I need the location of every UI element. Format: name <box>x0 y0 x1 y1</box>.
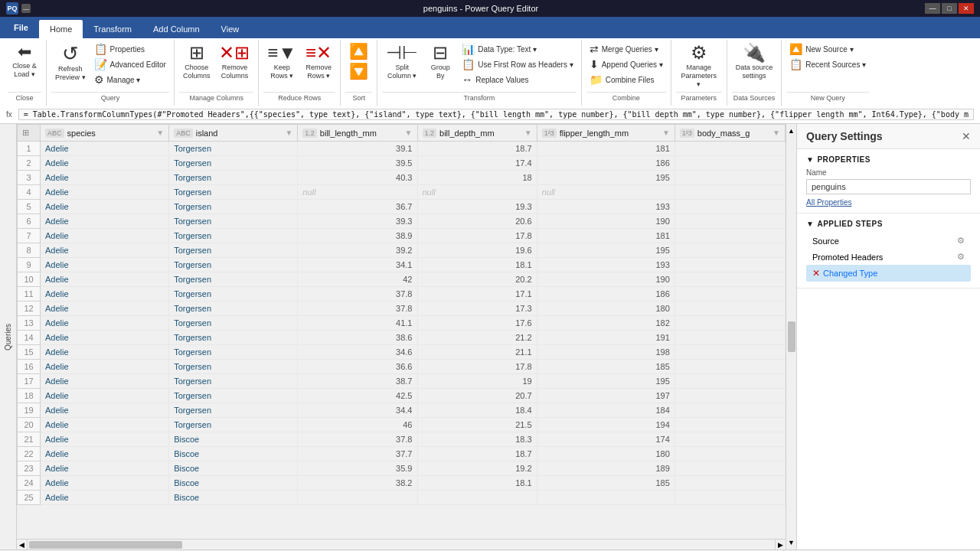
data-cell[interactable] <box>537 491 675 505</box>
data-cell[interactable]: Adelie <box>41 258 169 272</box>
all-properties-link[interactable]: All Properties <box>806 198 851 207</box>
data-cell[interactable]: Torgersen <box>169 418 298 432</box>
data-cell[interactable]: Torgersen <box>169 214 298 229</box>
data-cell[interactable]: 194 <box>537 418 675 432</box>
data-cell[interactable] <box>675 360 785 374</box>
data-cell[interactable]: 20.7 <box>417 389 537 403</box>
data-cell[interactable]: Torgersen <box>169 258 298 272</box>
data-type-button[interactable]: 📊 Data Type: Text ▾ <box>459 41 576 57</box>
data-cell[interactable] <box>675 243 785 258</box>
data-cell[interactable] <box>675 142 785 156</box>
replace-values-button[interactable]: ↔ Replace Values <box>459 72 576 87</box>
scroll-right-btn[interactable]: ▶ <box>775 540 786 550</box>
data-cell[interactable]: 19.2 <box>417 461 537 476</box>
data-cell[interactable]: 21.2 <box>417 331 537 345</box>
data-cell[interactable]: 190 <box>537 214 675 229</box>
data-cell[interactable]: 174 <box>537 432 675 447</box>
data-cell[interactable]: Adelie <box>41 389 169 403</box>
remove-columns-button[interactable]: ✕⊞ RemoveColumns <box>215 41 253 83</box>
data-cell[interactable]: 37.8 <box>298 302 417 316</box>
new-source-button[interactable]: 🔼 New Source ▾ <box>786 41 869 57</box>
queries-panel[interactable]: Queries <box>0 124 17 549</box>
tab-file[interactable]: File <box>3 17 39 38</box>
data-cell[interactable]: 38.2 <box>298 476 417 491</box>
data-cell[interactable]: Adelie <box>41 243 169 258</box>
data-cell[interactable]: 17.1 <box>417 287 537 302</box>
data-cell[interactable]: 198 <box>537 345 675 360</box>
changed-type-delete-icon[interactable]: ✕ <box>812 268 820 279</box>
data-cell[interactable]: 37.7 <box>298 447 417 461</box>
data-cell[interactable]: Adelie <box>41 360 169 374</box>
data-cell[interactable]: 193 <box>537 258 675 272</box>
data-cell[interactable]: 37.8 <box>298 432 417 447</box>
data-cell[interactable]: Torgersen <box>169 185 298 200</box>
tab-home[interactable]: Home <box>39 20 83 38</box>
step-changed-type[interactable]: ✕ Changed Type <box>806 265 971 282</box>
body-mass-sort-btn[interactable]: ▼ <box>773 129 780 137</box>
data-cell[interactable]: Adelie <box>41 331 169 345</box>
data-cell[interactable]: Adelie <box>41 403 169 418</box>
query-name-input[interactable] <box>806 179 971 194</box>
sort-desc-button[interactable]: 🔽 <box>345 61 372 81</box>
data-cell[interactable] <box>675 476 785 491</box>
data-cell[interactable]: 39.2 <box>298 243 417 258</box>
data-cell[interactable]: 180 <box>537 302 675 316</box>
data-cell[interactable]: 19.6 <box>417 243 537 258</box>
bill-length-sort-btn[interactable]: ▼ <box>405 129 413 137</box>
data-cell[interactable] <box>675 258 785 272</box>
data-source-settings-button[interactable]: 🔌 Data sourcesettings <box>732 41 777 83</box>
data-cell[interactable]: 37.8 <box>298 287 417 302</box>
data-cell[interactable] <box>675 374 785 389</box>
data-cell[interactable] <box>675 156 785 171</box>
data-cell[interactable]: 18.1 <box>417 258 537 272</box>
data-cell[interactable]: Torgersen <box>169 272 298 287</box>
data-cell[interactable]: 190 <box>537 272 675 287</box>
data-cell[interactable] <box>675 302 785 316</box>
data-cell[interactable]: 41.1 <box>298 316 417 331</box>
formula-input[interactable] <box>18 109 974 120</box>
data-cell[interactable]: Torgersen <box>169 287 298 302</box>
data-cell[interactable]: null <box>417 185 537 200</box>
species-sort-btn[interactable]: ▼ <box>156 129 164 137</box>
data-cell[interactable]: Torgersen <box>169 229 298 243</box>
island-sort-btn[interactable]: ▼ <box>285 129 292 137</box>
data-cell[interactable]: Adelie <box>41 447 169 461</box>
data-cell[interactable]: Biscoe <box>169 461 298 476</box>
data-cell[interactable]: Adelie <box>41 214 169 229</box>
data-cell[interactable]: 17.8 <box>417 229 537 243</box>
data-cell[interactable]: Adelie <box>41 491 169 505</box>
data-cell[interactable]: Torgersen <box>169 302 298 316</box>
data-cell[interactable]: 18.3 <box>417 432 537 447</box>
data-cell[interactable]: Torgersen <box>169 156 298 171</box>
data-cell[interactable]: 181 <box>537 229 675 243</box>
data-cell[interactable] <box>675 418 785 432</box>
data-cell[interactable]: null <box>298 185 417 200</box>
data-cell[interactable]: 38.7 <box>298 374 417 389</box>
data-cell[interactable]: 20.2 <box>417 272 537 287</box>
data-cell[interactable]: 186 <box>537 287 675 302</box>
properties-button[interactable]: 📋 Properties <box>91 41 169 57</box>
col-header-flipper[interactable]: 1²3 flipper_length_mm ▼ <box>537 125 675 142</box>
data-cell[interactable]: 34.1 <box>298 258 417 272</box>
data-cell[interactable] <box>675 272 785 287</box>
data-cell[interactable]: Torgersen <box>169 360 298 374</box>
data-cell[interactable]: 17.4 <box>417 156 537 171</box>
data-cell[interactable]: Adelie <box>41 374 169 389</box>
data-cell[interactable]: 191 <box>537 331 675 345</box>
data-cell[interactable]: 193 <box>537 200 675 214</box>
data-cell[interactable]: 181 <box>537 142 675 156</box>
data-cell[interactable]: 19.3 <box>417 200 537 214</box>
h-scroll-track[interactable] <box>28 540 775 550</box>
data-cell[interactable]: Adelie <box>41 461 169 476</box>
append-queries-button[interactable]: ⬇ Append Queries ▾ <box>586 57 666 72</box>
data-cell[interactable] <box>675 461 785 476</box>
data-cell[interactable] <box>675 491 785 505</box>
step-promoted-headers[interactable]: Promoted Headers ⚙ <box>806 249 971 265</box>
refresh-preview-button[interactable]: ↺ RefreshPreview ▾ <box>51 41 90 84</box>
data-cell[interactable] <box>675 214 785 229</box>
tab-view[interactable]: View <box>211 20 250 38</box>
col-header-body-mass[interactable]: 1²3 body_mass_g ▼ <box>675 125 785 142</box>
data-cell[interactable] <box>675 389 785 403</box>
properties-toggle[interactable]: ▼ <box>806 155 814 164</box>
data-cell[interactable]: Torgersen <box>169 200 298 214</box>
